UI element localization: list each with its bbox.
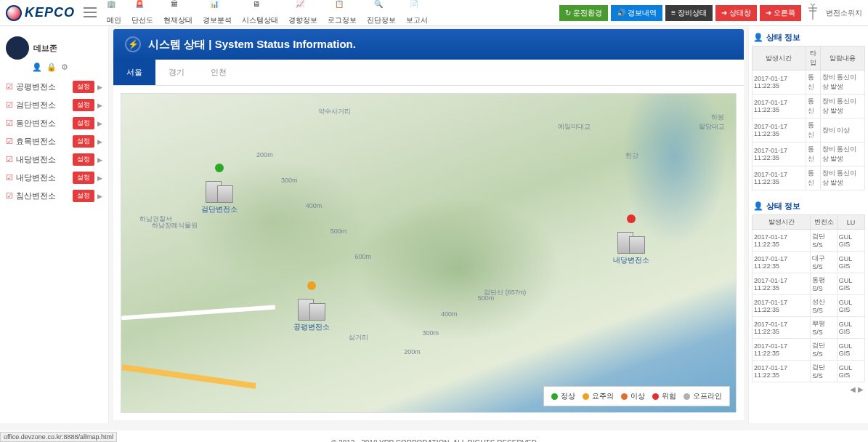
map-label: 약수사거리 xyxy=(318,107,351,116)
nav-icon: 📄 xyxy=(410,0,424,15)
legend-요주의: 요주의 xyxy=(583,391,614,401)
legend-dot xyxy=(621,393,628,400)
status-dot xyxy=(627,214,636,223)
pager[interactable]: ◀ ▶ xyxy=(752,382,865,396)
user-name: 데브존 xyxy=(33,43,57,54)
map-canvas[interactable]: 정상요주의이상위험오프라인 검단변전소공평변전소내당변전소약수사거리하남경찰서하… xyxy=(121,93,737,413)
tab-경기[interactable]: 경기 xyxy=(155,60,198,85)
tab-인천[interactable]: 인천 xyxy=(198,60,240,85)
marker-공평변전소[interactable]: 공평변전소 xyxy=(293,281,330,332)
nav-로그정보[interactable]: 📋로그정보 xyxy=(323,0,361,27)
table-row[interactable]: 2017-01-17 11:22:35통신장비 통신이상 발생 xyxy=(753,142,865,166)
map-label: 400m xyxy=(441,310,458,318)
sidebar-item-검단변전소[interactable]: ☑검단변전소설정▶ xyxy=(4,96,104,114)
status-table: 발생시간변전소LU2017-01-17 11:22:35검단 S/SGUL GI… xyxy=(752,214,865,382)
nav-단선도[interactable]: 🚨단선도 xyxy=(127,0,158,27)
badge[interactable]: 설정 xyxy=(73,117,94,129)
legend-dot xyxy=(551,393,558,400)
btn-오른쪽[interactable]: ➜오른쪽 xyxy=(760,5,801,21)
tab-서울[interactable]: 서울 xyxy=(113,60,155,85)
map-label: 500m xyxy=(330,228,347,235)
substation-icon xyxy=(613,225,649,254)
status-bar-url: office.devzone.co.kr:8888/allmap.html xyxy=(0,432,117,442)
table-row[interactable]: 2017-01-17 11:22:35통평 S/SGUL GIS xyxy=(753,273,865,295)
check-icon: ☑ xyxy=(6,137,13,146)
logo-text: KEPCO xyxy=(25,5,75,20)
badge[interactable]: 설정 xyxy=(73,172,94,184)
sidebar-item-공평변전소[interactable]: ☑공평변전소설정▶ xyxy=(4,78,104,96)
chevron-right-icon: ▶ xyxy=(97,84,102,91)
badge[interactable]: 설정 xyxy=(73,135,94,148)
legend-dot xyxy=(583,393,589,400)
btn-상태창[interactable]: ➜상태창 xyxy=(715,5,757,21)
legend-위험: 위험 xyxy=(652,391,676,401)
page-title: 시스템 상태 | System Status Information. xyxy=(148,38,356,52)
map-label: 300m xyxy=(423,329,439,337)
marker-내당변전소[interactable]: 내당변전소 xyxy=(613,214,649,265)
substation-icon xyxy=(201,174,238,203)
badge[interactable]: 설정 xyxy=(73,153,94,166)
sidebar-item-침산변전소[interactable]: ☑침산변전소설정▶ xyxy=(4,187,104,205)
chevron-right-icon: ▶ xyxy=(97,102,102,109)
table-row[interactable]: 2017-01-17 11:22:35성산 S/SGUL GIS xyxy=(753,295,865,317)
nav-시스템상태[interactable]: 🖥시스템상태 xyxy=(238,0,283,27)
user-block: 데브존 xyxy=(4,32,104,63)
map-label: 500m xyxy=(478,294,495,302)
status-dot xyxy=(307,281,316,290)
nav-icon: 📊 xyxy=(210,0,224,15)
btn-장비상태[interactable]: ≡장비상태 xyxy=(665,5,713,21)
table-row[interactable]: 2017-01-17 11:22:35통신장비 통신이상 발생 xyxy=(753,71,865,95)
check-icon: ☑ xyxy=(6,100,13,110)
nav-icon: 📈 xyxy=(296,0,310,15)
check-icon: ☑ xyxy=(6,118,13,128)
nav-icon: 📋 xyxy=(335,0,349,15)
nav-경향정보[interactable]: 📈경향정보 xyxy=(284,0,322,27)
nav-진단정보[interactable]: 🔍진단정보 xyxy=(362,0,400,27)
marker-검단변전소[interactable]: 검단변전소 xyxy=(201,164,238,214)
badge[interactable]: 설정 xyxy=(73,99,94,111)
map-label: 200m xyxy=(404,348,421,355)
alarm-table: 발생시간타입알람내용2017-01-17 11:22:35통신장비 통신이상 발… xyxy=(752,46,865,190)
map-label: 팔당대교 xyxy=(699,122,725,132)
nav-icon: 🏢 xyxy=(107,0,121,15)
nav-메인[interactable]: 🏢메인 xyxy=(102,0,126,27)
sidebar-item-내당변전소[interactable]: ☑내당변전소설정▶ xyxy=(4,150,104,169)
nav-icon: 🖥 xyxy=(253,0,267,15)
sidebar-item-효목변전소[interactable]: ☑효목변전소설정▶ xyxy=(4,132,104,150)
table-row[interactable]: 2017-01-17 11:22:35대구 S/SGUL GIS xyxy=(753,252,865,273)
chevron-right-icon: ▶ xyxy=(97,156,102,164)
footer: © 2012 - 2018 YPP CORPORATION. ALL RIGHT… xyxy=(0,430,868,442)
table-row[interactable]: 2017-01-17 11:22:35뿌평 S/SGUL GIS xyxy=(753,317,865,339)
chevron-right-icon: ▶ xyxy=(97,193,102,200)
badge[interactable]: 설정 xyxy=(73,81,94,93)
bolt-icon: ⚡ xyxy=(125,36,141,52)
map-label: 600m xyxy=(354,253,371,260)
nav-경보분석[interactable]: 📊경보분석 xyxy=(198,0,236,27)
table-row[interactable]: 2017-01-17 11:22:35검단 S/SGUL GIS xyxy=(753,230,865,252)
table-row[interactable]: 2017-01-17 11:22:35통신장비 이상 xyxy=(753,118,865,142)
gear-icon[interactable]: ⚙ xyxy=(61,63,68,72)
btn-경보내역[interactable]: 🔊경보내역 xyxy=(611,5,662,21)
table-row[interactable]: 2017-01-17 11:22:35검단 S/SGUL GIS xyxy=(753,339,865,361)
sidebar-item-내당변전소[interactable]: ☑내당변전소설정▶ xyxy=(4,169,104,187)
lock-icon[interactable]: 🔒 xyxy=(46,63,57,72)
table-row[interactable]: 2017-01-17 11:22:35검단 S/SGUL GIS xyxy=(753,361,865,382)
table-row[interactable]: 2017-01-17 11:22:35통신장비 통신이상 발생 xyxy=(753,166,865,190)
map-label: 200m xyxy=(256,151,273,158)
nav-보고서[interactable]: 📄보고서 xyxy=(402,0,432,27)
chevron-right-icon: ▶ xyxy=(97,138,102,145)
nav-icon: 🏛 xyxy=(171,0,185,15)
page-title-bar: ⚡ 시스템 상태 | System Status Information. xyxy=(113,29,744,60)
map-label: 한강 xyxy=(625,151,638,161)
map-label: 하남장례식물원 xyxy=(152,221,198,230)
badge[interactable]: 설정 xyxy=(73,190,94,202)
chevron-right-icon: ▶ xyxy=(97,120,102,127)
nav-현재상태[interactable]: 🏛현재상태 xyxy=(159,0,197,27)
table-row[interactable]: 2017-01-17 11:22:35통신장비 통신이상 발생 xyxy=(753,95,865,118)
logo-icon xyxy=(6,5,22,21)
hamburger-icon[interactable] xyxy=(84,7,97,19)
sidebar-item-동안변전소[interactable]: ☑동안변전소설정▶ xyxy=(4,114,104,132)
check-icon: ☑ xyxy=(6,155,13,164)
user-icon[interactable]: 👤 xyxy=(32,63,42,72)
btn-운전환경[interactable]: ↻운전환경 xyxy=(559,5,608,21)
